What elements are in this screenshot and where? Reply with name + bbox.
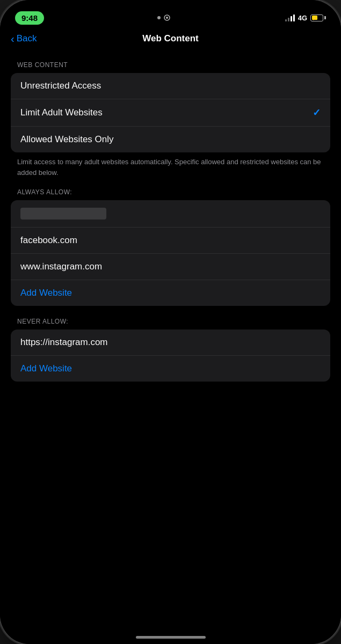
status-center [157, 13, 171, 22]
main-content: WEB CONTENT Unrestricted Access Limit Ad… [0, 50, 341, 392]
add-never-website-button[interactable]: Add Website [11, 355, 330, 382]
add-website-button[interactable]: Add Website [11, 280, 330, 306]
website-url-text: facebook.com [20, 235, 77, 246]
time-display: 9:48 [15, 11, 44, 25]
battery-indicator: ⚡ [310, 14, 326, 21]
charging-icon: ⚡ [312, 16, 317, 20]
signal-bars [285, 14, 295, 21]
status-right: 4G ⚡ [285, 14, 326, 22]
always-allow-section-label: ALWAYS ALLOW: [0, 188, 341, 200]
back-button[interactable]: ‹ Back [11, 33, 37, 45]
always-allow-card: facebook.com www.instagram.com Add Websi… [11, 200, 330, 306]
unrestricted-access-option[interactable]: Unrestricted Access [11, 73, 330, 99]
web-content-card: Unrestricted Access Limit Adult Websites… [11, 73, 330, 152]
allowed-websites-option[interactable]: Allowed Websites Only [11, 127, 330, 152]
nav-header: ‹ Back Web Content [0, 28, 341, 50]
home-indicator [136, 636, 206, 639]
web-content-description: Limit access to many adult websites auto… [0, 152, 341, 188]
back-chevron-icon: ‹ [11, 33, 14, 45]
back-label: Back [17, 33, 37, 44]
never-allow-section-label: NEVER ALLOW: [0, 311, 341, 330]
selected-checkmark-icon: ✓ [313, 107, 321, 119]
svg-point-1 [166, 17, 168, 19]
add-never-website-label: Add Website [20, 363, 72, 374]
network-label: 4G [298, 14, 307, 22]
list-item[interactable]: facebook.com [11, 227, 330, 253]
add-website-label: Add Website [20, 288, 72, 298]
web-content-section-label: WEB CONTENT [0, 61, 341, 73]
limit-adult-label: Limit Adult Websites [20, 107, 103, 118]
phone-frame: 9:48 4G ⚡ [0, 0, 341, 644]
list-item[interactable]: https://instagram.com [11, 330, 330, 355]
phone-screen: 9:48 4G ⚡ [0, 0, 341, 644]
allowed-websites-label: Allowed Websites Only [20, 134, 114, 145]
website-url-text: https://instagram.com [20, 337, 108, 348]
never-allow-card: https://instagram.com Add Website [11, 330, 330, 382]
unrestricted-access-label: Unrestricted Access [20, 80, 101, 91]
website-url-text: www.instagram.com [20, 261, 102, 272]
location-icon [163, 13, 171, 22]
redacted-content [20, 208, 106, 219]
page-title: Web Content [142, 33, 199, 44]
limit-adult-option[interactable]: Limit Adult Websites ✓ [11, 99, 330, 127]
status-bar: 9:48 4G ⚡ [0, 0, 341, 28]
list-item[interactable]: www.instagram.com [11, 253, 330, 280]
